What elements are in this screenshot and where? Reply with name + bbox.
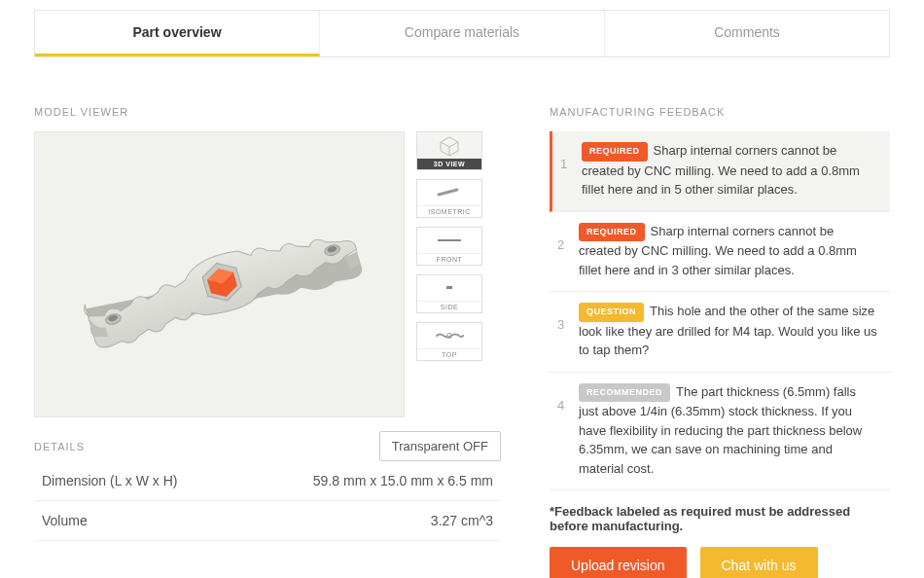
required-badge: REQUIRED [582,142,648,162]
view-top-label: TOP [417,348,481,360]
tab-comments[interactable]: Comments [605,11,889,56]
recommended-badge: RECOMMENDED [579,383,670,403]
tabs: Part overview Compare materials Comments [34,10,890,57]
tab-part-overview[interactable]: Part overview [35,11,320,56]
feedback-item[interactable]: 3 QUESTIONThis hole and the other of the… [550,292,890,373]
feedback-footnote: *Feedback labeled as required must be ad… [550,504,890,533]
volume-label: Volume [42,513,88,528]
required-badge: REQUIRED [579,223,645,242]
isometric-icon [417,180,481,205]
front-icon [417,228,481,253]
feedback-number: 2 [557,222,567,280]
view-front-label: FRONT [417,253,481,265]
detail-dimension-row: Dimension (L x W x H) 59.8 mm x 15.0 mm … [34,461,501,501]
view-3d-label: 3D VIEW [417,159,481,169]
view-3d-button[interactable]: 3D VIEW [416,131,482,170]
cube-icon [417,132,481,159]
svg-rect-7 [438,239,461,241]
feedback-label: MANUFACTURING FEEDBACK [550,106,890,118]
feedback-actions: Upload revision Chat with us [550,547,890,578]
view-top-button[interactable]: TOP [416,322,482,361]
chat-with-us-button[interactable]: Chat with us [700,547,818,578]
feedback-number: 4 [557,382,567,479]
details-label: DETAILS [34,441,85,452]
model-viewer[interactable] [34,131,405,417]
view-side-label: SIDE [417,301,481,312]
model-viewer-label: MODEL VIEWER [34,106,501,118]
view-side-button[interactable]: SIDE [416,274,482,313]
dimension-label: Dimension (L x W x H) [42,473,178,488]
view-buttons: 3D VIEW ISOMETRIC FRONT [416,131,482,417]
feedback-item[interactable]: 4 RECOMMENDEDThe part thickness (6.5mm) … [550,373,890,491]
detail-volume-row: Volume 3.27 cm^3 [34,501,501,541]
dimension-value: 59.8 mm x 15.0 mm x 6.5 mm [313,473,493,488]
upload-revision-button[interactable]: Upload revision [550,547,687,578]
feedback-item[interactable]: 1 REQUIREDSharp internal corners cannot … [550,131,890,212]
feedback-item[interactable]: 2 REQUIREDSharp internal corners cannot … [550,212,890,293]
svg-rect-8 [446,286,452,289]
feedback-number: 3 [557,302,567,360]
view-isometric-button[interactable]: ISOMETRIC [416,179,482,218]
view-front-button[interactable]: FRONT [416,227,482,266]
top-icon [417,323,481,348]
volume-value: 3.27 cm^3 [431,513,493,528]
feedback-number: 1 [560,141,570,199]
transparent-toggle-button[interactable]: Transparent OFF [379,431,501,461]
view-isometric-label: ISOMETRIC [417,205,481,217]
part-model-icon [59,172,380,377]
side-icon [417,275,481,301]
question-badge: QUESTION [579,303,644,322]
tab-compare-materials[interactable]: Compare materials [320,11,605,56]
